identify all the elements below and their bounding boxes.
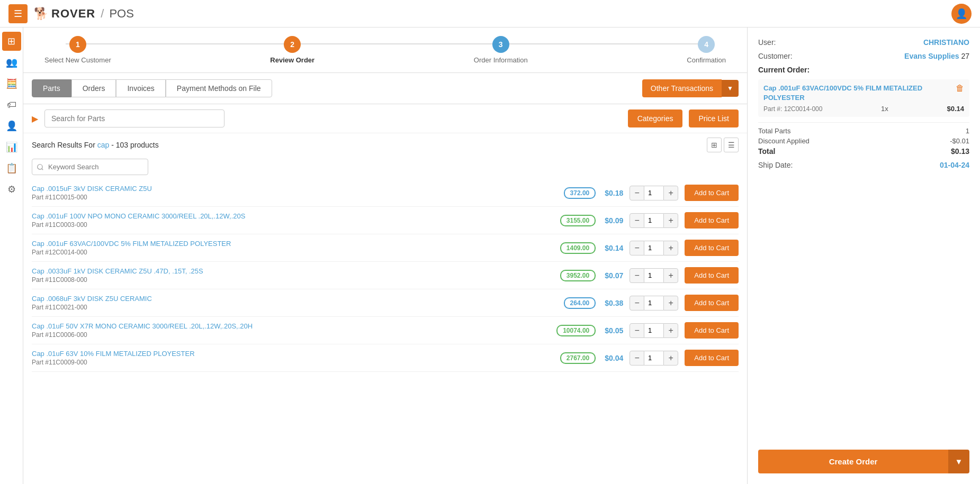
step-2-label: Review Order [270,56,314,64]
price-list-button[interactable]: Price List [689,109,739,127]
product-row: Cap .01uF 63V 10% FILM METALIZED PLOYEST… [32,344,739,372]
step-4-circle: 4 [698,36,715,53]
user-avatar[interactable]: 👤 [951,4,972,24]
qty-input[interactable] [644,186,663,200]
step-1-label: Select New Customer [44,56,111,64]
delete-item-icon[interactable]: 🗑 [956,84,964,93]
qty-control: − + [630,241,678,255]
categories-button[interactable]: Categories [628,109,683,127]
step-3: 3 Order Information [474,36,528,64]
product-name[interactable]: Cap .0015uF 3kV DISK CERAMIC Z5U [32,185,558,193]
hamburger-button[interactable]: ☰ [8,4,28,23]
qty-plus-button[interactable]: + [663,296,678,311]
ship-date-value: 01-04-24 [940,161,969,169]
qty-minus-button[interactable]: − [630,186,644,200]
qty-plus-button[interactable]: + [663,241,678,255]
step-1-circle: 1 [69,36,86,53]
search-term: cap [97,141,110,149]
sidebar-item-grid[interactable]: ⊞ [2,32,21,51]
qty-input[interactable] [644,351,663,366]
qty-plus-button[interactable]: + [663,186,678,200]
qty-minus-button[interactable]: − [630,351,644,366]
create-order-button[interactable]: Create Order [758,450,948,473]
step-1: 1 Select New Customer [44,36,111,64]
user-value[interactable]: CHRISTIANO [923,38,969,47]
order-item-details: Part #: 12C0014-000 1x $0.14 [763,105,964,113]
sidebar-item-chart[interactable]: 📊 [2,138,21,157]
qty-plus-button[interactable]: + [663,323,678,338]
logo-slash: / [101,7,104,21]
ship-date-label: Ship Date: [758,161,793,169]
qty-input[interactable] [644,241,663,255]
step-4: 4 Confirmation [687,36,726,64]
hamburger-icon: ☰ [14,8,22,20]
product-name[interactable]: Cap .01uF 63V 10% FILM METALIZED PLOYEST… [32,350,554,358]
qty-minus-button[interactable]: − [630,268,644,283]
other-transactions-caret[interactable]: ▼ [722,80,739,97]
qty-plus-button[interactable]: + [663,351,678,366]
qty-input[interactable] [644,296,663,311]
grid-icon: ⊞ [7,35,15,47]
product-name[interactable]: Cap .001uF 100V NPO MONO CERAMIC 3000/RE… [32,212,554,220]
tab-parts[interactable]: Parts [32,79,71,97]
order-item-price: $0.14 [947,105,964,113]
order-item-qty: 1x [881,105,888,113]
tab-invoices[interactable]: Invoices [116,79,165,97]
qty-minus-button[interactable]: − [630,296,644,311]
tab-payment-methods[interactable]: Payment Methods on File [166,79,272,97]
add-to-cart-button[interactable]: Add to Cart [685,350,739,366]
product-name[interactable]: Cap .01uF 50V X7R MONO CERAMIC 3000/REEL… [32,322,550,330]
total-parts-row: Total Parts 1 [758,127,969,135]
other-transactions-button[interactable]: Other Transactions [642,79,722,97]
product-row: Cap .0033uF 1kV DISK CERAMIC Z5U .47D, .… [32,262,739,289]
customer-value[interactable]: Evans Supplies 27 [904,52,969,60]
add-to-cart-button[interactable]: Add to Cart [685,185,739,201]
sidebar-item-person[interactable]: 👤 [2,116,21,135]
price-list-label: Price List [698,114,729,123]
user-label: User: [758,38,776,47]
product-name[interactable]: Cap .001uF 63VAC/100VDC 5% FILM METALIZE… [32,240,554,248]
list-view-button[interactable]: ☰ [724,138,739,152]
add-to-cart-button[interactable]: Add to Cart [685,267,739,284]
qty-input[interactable] [644,213,663,228]
sidebar-item-tag[interactable]: 🏷 [2,95,21,114]
create-order-caret[interactable]: ▼ [948,450,969,473]
top-header: ☰ 🐕 ROVER / POS 👤 [0,0,980,28]
view-icons: ⊞ ☰ [707,138,739,152]
logo-area: 🐕 ROVER / POS [34,7,134,21]
sidebar-item-users[interactable]: 👥 [2,53,21,72]
product-info: Cap .001uF 63VAC/100VDC 5% FILM METALIZE… [32,240,554,256]
add-to-cart-button[interactable]: Add to Cart [685,295,739,311]
discount-value: -$0.01 [950,137,969,145]
qty-minus-button[interactable]: − [630,241,644,255]
sidebar-item-settings[interactable]: ⚙ [2,180,21,199]
price-label: $0.07 [602,271,623,280]
product-part: Part #12C0014-000 [32,249,554,256]
discount-label: Discount Applied [758,137,810,145]
qty-minus-button[interactable]: − [630,213,644,228]
price-label: $0.38 [602,299,623,307]
add-to-cart-button[interactable]: Add to Cart [685,212,739,229]
product-info: Cap .01uF 50V X7R MONO CERAMIC 3000/REEL… [32,322,550,339]
keyword-search-input[interactable] [32,159,148,175]
price-label: $0.18 [602,189,623,197]
qty-plus-button[interactable]: + [663,268,678,283]
price-label: $0.05 [602,326,623,335]
product-name[interactable]: Cap .0033uF 1kV DISK CERAMIC Z5U .47D, .… [32,267,554,275]
grid-view-button[interactable]: ⊞ [707,138,722,152]
qty-minus-button[interactable]: − [630,323,644,338]
product-name[interactable]: Cap .0068uF 3kV DISK Z5U CERAMIC [32,295,558,303]
qty-input[interactable] [644,323,663,338]
tab-orders[interactable]: Orders [71,79,116,97]
total-parts-value: 1 [966,127,969,135]
step-2-circle: 2 [284,36,301,53]
qty-input[interactable] [644,268,663,283]
sidebar-item-clipboard[interactable]: 📋 [2,159,21,178]
logo-pos-text: POS [109,7,133,21]
search-input[interactable] [44,109,224,127]
qty-plus-button[interactable]: + [663,213,678,228]
search-arrow-icon[interactable]: ▶ [32,114,38,124]
sidebar-item-calculator[interactable]: 🧮 [2,74,21,93]
add-to-cart-button[interactable]: Add to Cart [685,240,739,256]
add-to-cart-button[interactable]: Add to Cart [685,322,739,339]
